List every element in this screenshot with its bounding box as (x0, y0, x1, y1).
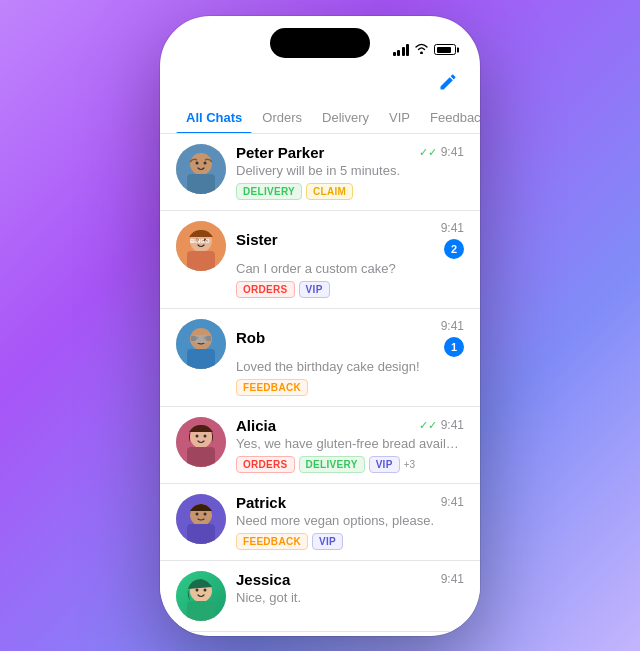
chat-item-peter-parker[interactable]: Peter Parker ✓✓ 9:41 Delivery will be in… (160, 134, 480, 211)
svg-rect-27 (187, 447, 215, 467)
chat-meta: ✓✓ 9:41 (419, 145, 464, 159)
chat-right: ✓✓ 9:41 (419, 418, 464, 432)
status-icons (393, 42, 457, 57)
svg-point-4 (204, 161, 207, 164)
chat-content-rob: Rob 9:41 1 Loved the birthday cake desig… (236, 319, 464, 396)
tab-all-chats[interactable]: All Chats (176, 104, 252, 133)
compose-button[interactable] (436, 70, 460, 94)
chat-top: Patrick 9:41 (236, 494, 464, 511)
dynamic-island (270, 28, 370, 58)
chat-meta: 9:41 (441, 572, 464, 586)
tag-vip: VIP (312, 533, 343, 550)
chat-message: Can I order a custom cake? (236, 261, 464, 276)
svg-point-38 (204, 588, 207, 591)
chat-tags: FEEDBACKVIP (236, 533, 464, 550)
chat-name: Rob (236, 329, 265, 346)
tag-feedback: FEEDBACK (236, 533, 308, 550)
chat-item-sister[interactable]: BINGO Sister 9:41 2 Can I order a custom… (160, 211, 480, 309)
chat-content-peter-parker: Peter Parker ✓✓ 9:41 Delivery will be in… (236, 144, 464, 200)
chat-item-alicia[interactable]: Alicia ✓✓ 9:41 Yes, we have gluten-free … (160, 407, 480, 484)
svg-point-25 (196, 434, 199, 437)
chat-name: Sister (236, 231, 278, 248)
tab-orders[interactable]: Orders (252, 104, 312, 133)
chat-tags: ORDERSVIP (236, 281, 464, 298)
chat-message: Delivery will be in 5 minutes. (236, 163, 464, 178)
chat-meta: 9:41 (441, 221, 464, 235)
chat-top: Peter Parker ✓✓ 9:41 (236, 144, 464, 161)
tag-delivery: DELIVERY (236, 183, 302, 200)
chat-tags: FEEDBACK (236, 379, 464, 396)
chat-content-jessica: Jessica 9:41 Nice, got it. (236, 571, 464, 610)
svg-rect-21 (187, 349, 215, 369)
avatar-alicia (176, 417, 226, 467)
chat-list: Peter Parker ✓✓ 9:41 Delivery will be in… (160, 134, 480, 632)
tag-vip: VIP (369, 456, 400, 473)
chat-time: 9:41 (441, 418, 464, 432)
chat-right: 9:41 1 (441, 319, 464, 357)
chat-name: Peter Parker (236, 144, 324, 161)
chat-meta: 9:41 (441, 495, 464, 509)
chat-tags: ORDERSDELIVERYVIP+3 (236, 456, 464, 473)
chat-item-patrick[interactable]: Patrick 9:41 Need more vegan options, pl… (160, 484, 480, 561)
chat-top: Alicia ✓✓ 9:41 (236, 417, 464, 434)
signal-icon (393, 44, 410, 56)
tag-orders: ORDERS (236, 456, 295, 473)
avatar-patrick (176, 494, 226, 544)
chat-right: ✓✓ 9:41 (419, 145, 464, 159)
tag-feedback: FEEDBACK (236, 379, 308, 396)
tab-feedback[interactable]: Feedback (420, 104, 480, 133)
chat-item-rob[interactable]: Rob 9:41 1 Loved the birthday cake desig… (160, 309, 480, 407)
chat-right: 9:41 (441, 572, 464, 586)
svg-rect-33 (187, 524, 215, 544)
tag-delivery: DELIVERY (299, 456, 365, 473)
tab-bar: All Chats Orders Delivery VIP Feedback (160, 104, 480, 134)
chat-name: Alicia (236, 417, 276, 434)
header (160, 68, 480, 104)
chat-content-sister: Sister 9:41 2 Can I order a custom cake?… (236, 221, 464, 298)
chat-right: 9:41 2 (441, 221, 464, 259)
tab-vip[interactable]: VIP (379, 104, 420, 133)
chat-item-jessica[interactable]: Jessica 9:41 Nice, got it. (160, 561, 480, 632)
chat-content-patrick: Patrick 9:41 Need more vegan options, pl… (236, 494, 464, 550)
tab-delivery[interactable]: Delivery (312, 104, 379, 133)
chat-message: Nice, got it. (236, 590, 464, 605)
chat-top: Jessica 9:41 (236, 571, 464, 588)
chat-meta: ✓✓ 9:41 (419, 418, 464, 432)
svg-rect-11 (187, 251, 215, 271)
avatar-peter-parker (176, 144, 226, 194)
svg-text:BINGO: BINGO (190, 238, 210, 244)
avatar-jessica (176, 571, 226, 621)
chat-message: Need more vegan options, please. (236, 513, 464, 528)
unread-badge: 2 (444, 239, 464, 259)
tag-claim: CLAIM (306, 183, 353, 200)
chat-time: 9:41 (441, 572, 464, 586)
wifi-icon (414, 42, 429, 57)
read-check: ✓✓ (419, 419, 437, 432)
compose-icon (438, 72, 458, 92)
chat-name: Jessica (236, 571, 290, 588)
chat-message: Loved the birthday cake design! (236, 359, 464, 374)
chat-content-alicia: Alicia ✓✓ 9:41 Yes, we have gluten-free … (236, 417, 464, 473)
chat-message: Yes, we have gluten-free bread available… (236, 436, 464, 451)
svg-rect-39 (187, 601, 215, 621)
tag-orders: ORDERS (236, 281, 295, 298)
tag-vip: VIP (299, 281, 330, 298)
chat-time: 9:41 (441, 145, 464, 159)
svg-point-32 (204, 512, 207, 515)
svg-point-31 (196, 512, 199, 515)
chat-meta: 9:41 (441, 319, 464, 333)
svg-point-26 (204, 434, 207, 437)
chat-name: Patrick (236, 494, 286, 511)
chat-top: Sister 9:41 2 (236, 221, 464, 259)
chat-time: 9:41 (441, 221, 464, 235)
chat-time: 9:41 (441, 495, 464, 509)
chat-right: 9:41 (441, 495, 464, 509)
phone-frame: All Chats Orders Delivery VIP Feedback P… (160, 16, 480, 636)
read-check: ✓✓ (419, 146, 437, 159)
svg-rect-19 (191, 336, 196, 341)
chat-time: 9:41 (441, 319, 464, 333)
chat-top: Rob 9:41 1 (236, 319, 464, 357)
svg-point-1 (190, 153, 212, 175)
svg-point-3 (196, 161, 199, 164)
svg-rect-20 (206, 336, 211, 341)
